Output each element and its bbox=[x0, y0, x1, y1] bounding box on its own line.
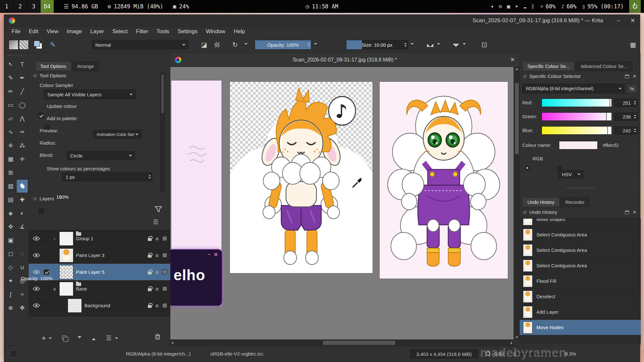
docker-tab[interactable]: Advanced Colour Se... bbox=[575, 61, 632, 71]
channel-spinners[interactable] bbox=[634, 129, 636, 132]
cloud-icon[interactable]: ☁ bbox=[523, 3, 526, 10]
mirror-horizontal-dropdown[interactable] bbox=[437, 43, 440, 46]
current-colour-swatch[interactable] bbox=[559, 141, 598, 149]
mirror-vertical-dropdown[interactable] bbox=[463, 43, 466, 46]
magnetic-selection-tool[interactable]: ≈ bbox=[17, 288, 28, 301]
layer-visibility-toggle[interactable] bbox=[33, 303, 40, 308]
zoom-slider-handle[interactable] bbox=[513, 352, 516, 356]
channel-value-spinbox[interactable]: 251 bbox=[614, 99, 638, 107]
polygonal-selection-tool[interactable]: ◇ bbox=[5, 261, 16, 274]
h-scrollbar-thumb[interactable] bbox=[323, 341, 395, 345]
layer-visibility-toggle[interactable] bbox=[33, 253, 40, 258]
docker-tab[interactable]: Tool Options bbox=[35, 61, 71, 71]
pattern-chooser-button[interactable] bbox=[19, 40, 29, 50]
menu-item[interactable]: File bbox=[7, 26, 24, 37]
assistants-tool[interactable]: ✜ bbox=[5, 220, 16, 233]
add-layer-dropdown[interactable] bbox=[49, 338, 52, 341]
delete-layer-button[interactable] bbox=[155, 334, 160, 340]
layer-alpha-icon[interactable]: α bbox=[156, 303, 158, 308]
document-tab-bar[interactable]: Scan_2026-02-07_09-31-17.jpg (318.6 MiB)… bbox=[170, 53, 519, 67]
channel-slider-handle[interactable] bbox=[607, 127, 608, 134]
layers-header[interactable]: ⊙ Layers bbox=[33, 196, 54, 201]
layer-opacity-slider[interactable]: Opacity: 100% bbox=[36, 275, 37, 281]
docker-splitter-handle[interactable] bbox=[565, 187, 596, 189]
opacity-dropdown-arrow[interactable] bbox=[314, 43, 317, 46]
channel-slider[interactable] bbox=[542, 99, 612, 107]
freehand-brush-tool[interactable]: ✏ bbox=[5, 85, 16, 98]
layer-select-checkbox[interactable] bbox=[44, 236, 49, 241]
channel-spinners[interactable] bbox=[634, 115, 636, 119]
layer-lock-icon[interactable] bbox=[148, 238, 152, 241]
undo-history-item[interactable]: Select Contiguous Area bbox=[520, 243, 641, 258]
docker-tab[interactable]: Undo History bbox=[522, 197, 560, 207]
edit-shapes-tool[interactable]: ✎ bbox=[5, 71, 16, 84]
menu-item[interactable]: View bbox=[43, 26, 63, 37]
select-shapes-tool[interactable]: ↖ bbox=[5, 58, 16, 71]
brush-size-slider[interactable]: Size: 10.00 px bbox=[346, 40, 408, 50]
brush-editor-button[interactable]: ✎ bbox=[47, 39, 58, 50]
foreground-background-colour-button[interactable] bbox=[33, 40, 43, 50]
show-percentages-checkbox[interactable] bbox=[39, 208, 44, 214]
rotation-icon[interactable] bbox=[486, 351, 490, 357]
window-titlebar[interactable]: Scan_2026-02-07_09-31-17.jpg (318.6 MiB)… bbox=[4, 15, 640, 26]
menu-item[interactable]: Image bbox=[62, 26, 86, 37]
transform-tool[interactable]: ▦ bbox=[5, 153, 16, 166]
bezier-curve-tool[interactable]: ∿ bbox=[5, 126, 16, 138]
layer-visibility-toggle[interactable] bbox=[33, 270, 40, 274]
reload-preset-button[interactable]: ↻ bbox=[230, 39, 241, 50]
channel-value-spinbox[interactable]: 242 bbox=[614, 126, 638, 135]
canvas-vertical-scrollbar[interactable] bbox=[514, 67, 519, 339]
workspace-button[interactable]: 3 bbox=[27, 0, 41, 13]
layer-inherit-alpha-icon[interactable] bbox=[162, 236, 167, 241]
close-docker-icon[interactable]: ✕ bbox=[632, 209, 637, 215]
menu-item[interactable]: Edit bbox=[24, 26, 42, 37]
rectangle-tool[interactable]: ▭ bbox=[5, 99, 16, 111]
size-dropdown-arrow[interactable] bbox=[411, 43, 414, 46]
scroll-right-arrow[interactable] bbox=[511, 341, 512, 345]
docker-tab[interactable]: Specific Colour Se... bbox=[522, 61, 575, 71]
layer-inherit-alpha-icon[interactable] bbox=[162, 253, 167, 258]
gradient-tool[interactable]: ▨ bbox=[5, 180, 16, 193]
empty-slot[interactable] bbox=[17, 234, 28, 247]
crop-tool[interactable]: ⊞ bbox=[5, 166, 16, 179]
undo-history-item[interactable]: Add Layer bbox=[520, 304, 641, 320]
menu-item[interactable]: Settings bbox=[174, 26, 202, 37]
trim-to-image-button[interactable]: ⊡ bbox=[479, 39, 490, 50]
bezier-selection-tool[interactable]: ∫ bbox=[5, 288, 16, 301]
undo-history-item[interactable]: Move Nodes bbox=[520, 320, 641, 335]
floating-reference-popup[interactable]: elho – ✕ bbox=[170, 249, 223, 306]
opacity-spinners[interactable] bbox=[308, 43, 310, 47]
freehand-selection-tool[interactable]: ∪ bbox=[17, 261, 28, 274]
specific-colour-selector-header[interactable]: ⊙ Specific Colour Selector bbox=[523, 73, 581, 79]
power-button[interactable] bbox=[629, 0, 641, 13]
close-button[interactable]: ✕ bbox=[626, 15, 640, 26]
multibrush-tool[interactable]: ⁂ bbox=[17, 139, 28, 152]
elliptical-selection-tool[interactable]: ◌ bbox=[17, 247, 28, 260]
scroll-up-arrow[interactable] bbox=[515, 68, 518, 70]
layer-select-checkbox[interactable] bbox=[44, 270, 49, 275]
empty-slot[interactable] bbox=[17, 166, 28, 179]
zoom-slider[interactable] bbox=[512, 354, 559, 355]
layer-lock-icon[interactable] bbox=[148, 272, 152, 274]
undo-history-item[interactable]: Select Contiguous Area bbox=[520, 227, 641, 243]
popup-minimize-button[interactable]: – bbox=[208, 252, 211, 258]
layer-alpha-icon[interactable]: α bbox=[156, 286, 158, 291]
document-close-button[interactable]: ✕ bbox=[510, 56, 515, 63]
preview-dropdown[interactable]: Circle bbox=[67, 151, 135, 160]
undo-history-header[interactable]: ⊙ Undo History bbox=[523, 209, 557, 215]
tool-options-header[interactable]: ⊙ Tool Options bbox=[33, 73, 66, 78]
layer-lock-icon[interactable] bbox=[148, 255, 152, 258]
layer-row[interactable]: Paint Layer 3 α bbox=[29, 247, 170, 264]
move-layer-up-button[interactable] bbox=[92, 336, 96, 340]
channel-slider-handle[interactable] bbox=[606, 113, 607, 120]
undo-history-item[interactable]: Move shapes bbox=[520, 218, 641, 227]
move-layer-down-button[interactable] bbox=[78, 336, 81, 340]
channel-slider-handle[interactable] bbox=[610, 99, 610, 107]
scroll-down-arrow[interactable] bbox=[515, 337, 518, 338]
layer-properties-button[interactable]: ☰ bbox=[106, 334, 111, 342]
undo-history-item[interactable]: Select Contiguous Area bbox=[520, 258, 641, 273]
float-docker-icon[interactable] bbox=[625, 211, 629, 214]
channel-spinners[interactable] bbox=[634, 101, 636, 105]
mirror-vertical-button[interactable]: ◥◤ bbox=[450, 39, 461, 50]
blend-slider[interactable]: 100% bbox=[62, 194, 63, 200]
